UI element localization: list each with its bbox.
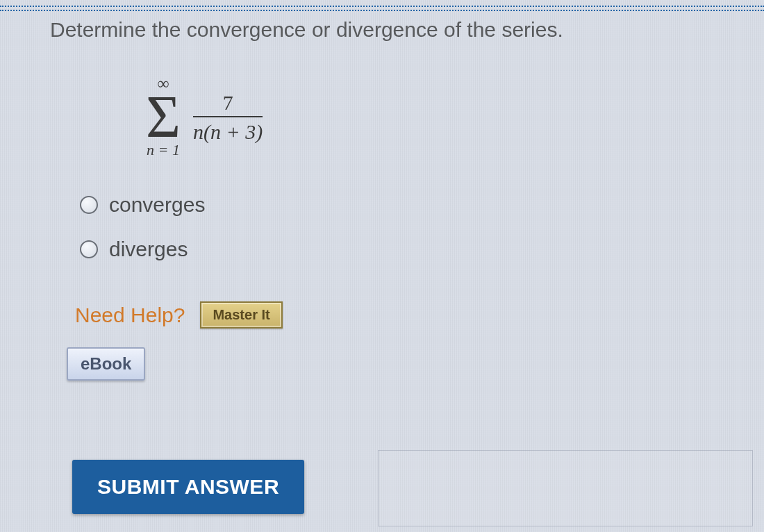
master-it-button[interactable]: Master It <box>200 301 282 329</box>
submit-answer-button[interactable]: SUBMIT ANSWER <box>72 460 304 514</box>
answer-options: converges diverges <box>80 193 205 261</box>
radio-icon <box>80 196 98 214</box>
fraction: 7 n(n + 3) <box>193 91 263 144</box>
option-label: converges <box>109 193 205 217</box>
help-row: Need Help? Master It <box>75 301 283 329</box>
sigma-symbol: Σ <box>146 90 181 144</box>
question-text: Determine the convergence or divergence … <box>50 18 750 42</box>
option-converges[interactable]: converges <box>80 193 205 217</box>
option-label: diverges <box>109 238 188 261</box>
fraction-numerator: 7 <box>198 91 258 116</box>
radio-icon <box>80 240 98 258</box>
series-formula: ∞ Σ n = 1 7 n(n + 3) <box>146 75 263 159</box>
placeholder-box <box>378 450 753 526</box>
separator-dashes <box>0 6 764 11</box>
option-diverges[interactable]: diverges <box>80 238 205 261</box>
sigma-lower-bound: n = 1 <box>147 141 180 159</box>
need-help-label: Need Help? <box>75 304 185 327</box>
ebook-button[interactable]: eBook <box>67 347 145 381</box>
fraction-denominator: n(n + 3) <box>193 117 263 144</box>
sigma-notation: ∞ Σ n = 1 <box>146 75 181 159</box>
